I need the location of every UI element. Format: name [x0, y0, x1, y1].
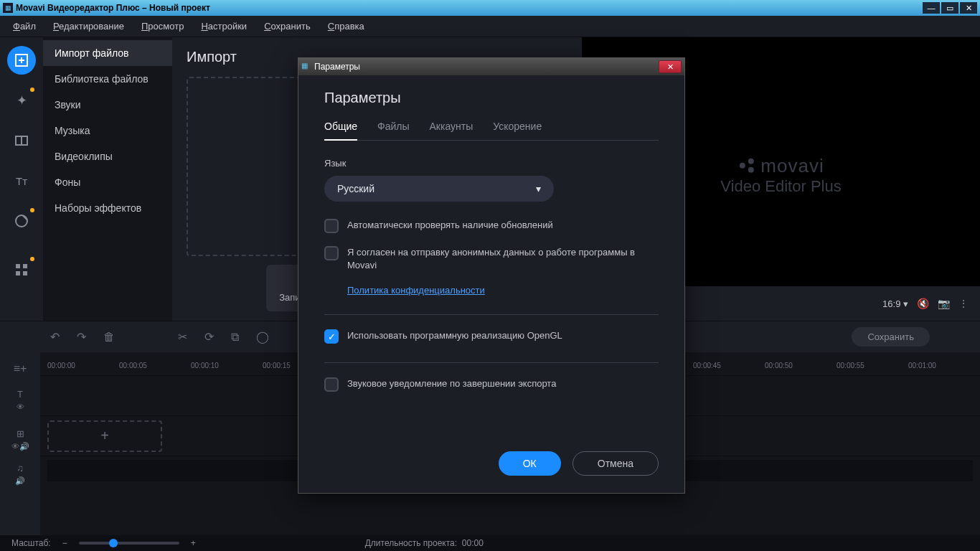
zoom-in-icon[interactable]: +: [191, 538, 196, 548]
snapshot-icon[interactable]: 📷: [938, 298, 950, 309]
dialog-app-icon: ▦: [301, 62, 311, 72]
sidebar-item-effect-sets[interactable]: Наборы эффектов: [43, 195, 172, 221]
svg-rect-3: [16, 136, 22, 145]
dialog-titlebar[interactable]: ▦ Параметры ✕: [298, 58, 684, 75]
undo-icon[interactable]: ↶: [50, 330, 60, 344]
crop-icon[interactable]: ⧉: [231, 331, 239, 344]
window-title: Movavi Видеоредактор Плюс – Новый проект: [16, 3, 923, 13]
title-track-controls[interactable]: T 👁: [0, 380, 40, 420]
timeline-track-controls: ≡+ T 👁 ⊞ 👁🔊 ♫ 🔊: [0, 352, 40, 535]
dialog-heading: Параметры: [324, 90, 659, 106]
svg-rect-4: [22, 136, 27, 145]
dialog-tabs: Общие Файлы Аккаунты Ускорение: [324, 121, 659, 141]
privacy-policy-link[interactable]: Политика конфиденциальности: [347, 285, 659, 296]
svg-point-13: [739, 163, 745, 169]
redo-icon[interactable]: ↷: [77, 330, 86, 344]
cancel-button[interactable]: Отмена: [573, 451, 659, 476]
menu-view[interactable]: Просмотр: [134, 18, 191, 34]
delete-icon[interactable]: 🗑: [103, 331, 115, 344]
preview-watermark: movavi Video Editor Plus: [720, 154, 841, 195]
sidebar-item-videoclips[interactable]: Видеоклипы: [43, 143, 172, 169]
menu-edit[interactable]: Редактирование: [46, 18, 131, 34]
language-value: Русский: [337, 183, 374, 194]
menu-settings[interactable]: Настройки: [194, 18, 254, 34]
dialog-window-title: Параметры: [314, 62, 360, 72]
menu-file[interactable]: Файл: [6, 18, 43, 34]
svg-rect-7: [23, 264, 27, 268]
sidebar-item-file-library[interactable]: Библиотека файлов: [43, 66, 172, 92]
language-label: Язык: [324, 158, 659, 169]
video-track-controls[interactable]: ⊞ 👁🔊: [0, 420, 40, 460]
svg-point-14: [748, 159, 753, 164]
add-track-icon[interactable]: ≡+: [0, 358, 40, 380]
preview-menu-icon[interactable]: ⋮: [958, 298, 969, 309]
rail-stickers-icon[interactable]: [7, 207, 36, 235]
consent-label: Я согласен на отправку анонимных данных …: [347, 246, 659, 272]
zoom-out-icon[interactable]: −: [62, 538, 67, 548]
check-updates-label: Автоматически проверять наличие обновлен…: [347, 219, 553, 232]
left-rail: ✦ Тт: [0, 37, 43, 321]
ok-button[interactable]: ОК: [499, 451, 561, 476]
zoom-slider[interactable]: [79, 542, 179, 545]
audio-track-controls[interactable]: ♫ 🔊: [0, 460, 40, 489]
rotate-icon[interactable]: ⟳: [204, 330, 214, 344]
rail-more-icon[interactable]: [7, 255, 36, 284]
statusbar: Масштаб: − + Длительность проекта: 00:00: [0, 535, 980, 551]
preview-subtitle: Video Editor Plus: [720, 176, 841, 195]
cut-icon[interactable]: ✂: [178, 330, 187, 344]
menu-save[interactable]: Сохранить: [257, 18, 318, 34]
maximize-button[interactable]: ▭: [941, 2, 958, 14]
svg-rect-8: [16, 271, 20, 276]
language-select[interactable]: Русский ▾: [324, 176, 554, 202]
dialog-close-button[interactable]: ✕: [659, 60, 682, 73]
divider: [324, 362, 659, 363]
video-track-drop[interactable]: +: [47, 420, 162, 452]
menubar: Файл Редактирование Просмотр Настройки С…: [0, 16, 980, 37]
app-icon: ▦: [3, 3, 13, 13]
settings-dialog: ▦ Параметры ✕ Параметры Общие Файлы Акка…: [298, 57, 685, 494]
opengl-checkbox[interactable]: ✓: [324, 329, 339, 344]
color-icon[interactable]: ◯: [256, 330, 269, 344]
sidebar: Импорт файлов Библиотека файлов Звуки Му…: [43, 37, 172, 321]
preview-brand: movavi: [760, 154, 824, 176]
tab-files[interactable]: Файлы: [377, 121, 409, 140]
dialog-footer: ОК Отмена: [298, 440, 684, 493]
window-titlebar: ▦ Movavi Видеоредактор Плюс – Новый прое…: [0, 0, 980, 16]
svg-rect-6: [16, 264, 20, 268]
sidebar-item-sounds[interactable]: Звуки: [43, 92, 172, 118]
close-button[interactable]: ✕: [960, 2, 977, 14]
zoom-thumb[interactable]: [109, 539, 118, 547]
opengl-label: Использовать программную реализацию Open…: [347, 329, 562, 342]
sound-notif-checkbox[interactable]: [324, 377, 339, 392]
sidebar-item-music[interactable]: Музыка: [43, 118, 172, 143]
check-updates-checkbox[interactable]: [324, 219, 339, 233]
tab-acceleration[interactable]: Ускорение: [493, 121, 542, 140]
volume-icon[interactable]: 🔇: [917, 298, 929, 309]
chevron-down-icon: ▾: [536, 183, 541, 194]
duration-label: Длительность проекта: 00:00: [365, 538, 484, 548]
rail-import-icon[interactable]: [7, 46, 36, 75]
rail-transitions-icon[interactable]: [7, 126, 36, 155]
sidebar-item-import-files[interactable]: Импорт файлов: [43, 40, 172, 66]
export-button[interactable]: Сохранить: [852, 327, 930, 347]
zoom-label: Масштаб:: [11, 538, 51, 548]
sound-notif-label: Звуковое уведомление по завершении экспо…: [347, 377, 556, 390]
aspect-ratio-selector[interactable]: 16:9 ▾: [882, 298, 908, 309]
consent-checkbox[interactable]: [324, 246, 339, 260]
divider: [324, 314, 659, 315]
svg-rect-9: [23, 271, 27, 276]
rail-filters-icon[interactable]: ✦: [7, 86, 36, 115]
tab-general[interactable]: Общие: [324, 121, 357, 141]
menu-help[interactable]: Справка: [321, 18, 372, 34]
sidebar-item-backgrounds[interactable]: Фоны: [43, 169, 172, 195]
tab-accounts[interactable]: Аккаунты: [430, 121, 473, 140]
rail-titles-icon[interactable]: Тт: [7, 166, 36, 195]
minimize-button[interactable]: —: [923, 2, 940, 14]
svg-point-15: [748, 167, 753, 173]
